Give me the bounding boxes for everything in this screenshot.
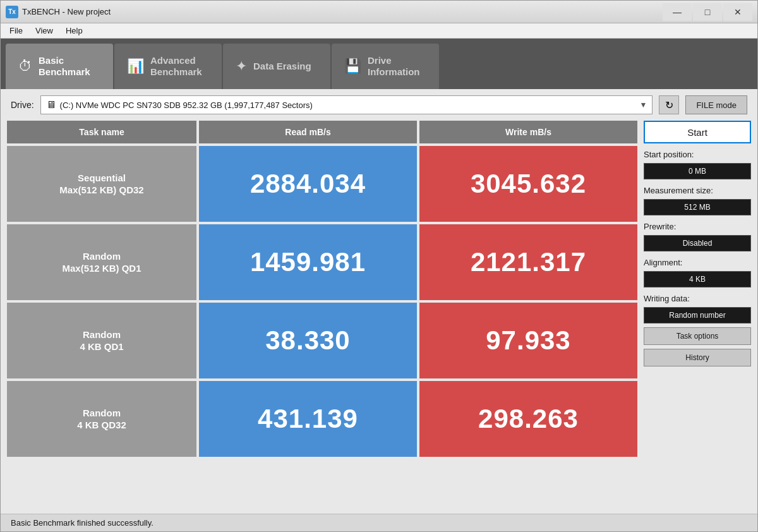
- read-value-random-4k-qd32: 431.139: [258, 404, 358, 434]
- read-value-random-4k-qd1: 38.330: [265, 325, 350, 356]
- write-cell-random-max: 2121.317: [419, 224, 637, 300]
- table-row: RandomMax(512 KB) QD1 1459.981 2121.317: [7, 224, 637, 300]
- tab-basic-benchmark[interactable]: ⏱ BasicBenchmark: [6, 44, 113, 89]
- window-title: TxBENCH - New project: [22, 7, 663, 16]
- maximize-button[interactable]: □: [693, 3, 722, 21]
- start-position-label: Start position:: [644, 150, 751, 159]
- header-read: Read mB/s: [199, 121, 417, 143]
- main-content: Drive: 🖥 (C:) NVMe WDC PC SN730 SDB 952.…: [1, 89, 757, 514]
- table-row: Random4 KB QD32 431.139 298.263: [7, 381, 637, 457]
- menu-view[interactable]: View: [29, 25, 59, 37]
- start-button[interactable]: Start: [644, 121, 751, 143]
- clock-icon: ⏱: [18, 58, 32, 75]
- row-label-text: Random4 KB QD1: [80, 329, 123, 353]
- task-options-button[interactable]: Task options: [644, 327, 751, 345]
- header-task-name: Task name: [7, 121, 196, 143]
- refresh-button[interactable]: ↻: [659, 95, 679, 114]
- drive-value: (C:) NVMe WDC PC SN730 SDB 952.32 GB (1,…: [60, 100, 313, 110]
- write-value-random-max: 2121.317: [471, 247, 586, 277]
- chevron-down-icon: ▼: [640, 100, 647, 109]
- benchmark-table: Task name Read mB/s Write mB/s Sequentia…: [7, 121, 637, 507]
- write-cell-sequential: 3045.632: [419, 146, 637, 222]
- write-value-sequential: 3045.632: [471, 169, 586, 199]
- read-value-sequential: 2884.034: [250, 169, 366, 199]
- minimize-button[interactable]: —: [663, 3, 692, 21]
- tab-drive-label: DriveInformation: [368, 55, 420, 78]
- header-write: Write mB/s: [419, 121, 637, 143]
- tab-erasing-label: Data Erasing: [253, 61, 311, 72]
- status-bar: Basic Benchmark finished successfully.: [1, 514, 757, 531]
- row-label-random-max: RandomMax(512 KB) QD1: [7, 224, 196, 300]
- read-cell-random-4k-qd32: 431.139: [199, 381, 417, 457]
- read-cell-random-4k-qd1: 38.330: [199, 303, 417, 378]
- row-label-random-4k-qd32: Random4 KB QD32: [7, 381, 196, 457]
- write-cell-random-4k-qd1: 97.933: [419, 303, 637, 378]
- close-button[interactable]: ✕: [723, 3, 752, 21]
- app-icon: Tx: [6, 6, 18, 18]
- file-mode-button[interactable]: FILE mode: [685, 95, 747, 114]
- alignment-value: 4 KB: [644, 271, 751, 287]
- row-label-text: RandomMax(512 KB) QD1: [62, 250, 141, 275]
- row-label-sequential: SequentialMax(512 KB) QD32: [7, 146, 196, 222]
- prewrite-value: Disabled: [644, 235, 751, 251]
- prewrite-label: Prewrite:: [644, 222, 751, 231]
- start-position-value: 0 MB: [644, 163, 751, 179]
- erase-icon: ✦: [236, 58, 247, 75]
- write-value-random-4k-qd1: 97.933: [486, 325, 570, 356]
- writing-data-label: Writing data:: [644, 294, 751, 303]
- read-value-random-max: 1459.981: [250, 247, 366, 277]
- title-buttons: — □ ✕: [663, 3, 752, 21]
- measurement-size-value: 512 MB: [644, 199, 751, 215]
- drive-row: Drive: 🖥 (C:) NVMe WDC PC SN730 SDB 952.…: [1, 89, 757, 121]
- writing-data-value: Random number: [644, 307, 751, 323]
- app-window: Tx TxBENCH - New project — □ ✕ File View…: [0, 0, 758, 532]
- table-header: Task name Read mB/s Write mB/s: [7, 121, 637, 143]
- drive-label: Drive:: [11, 100, 34, 110]
- tab-basic-label: BasicBenchmark: [39, 55, 90, 78]
- table-area: Task name Read mB/s Write mB/s Sequentia…: [1, 121, 757, 514]
- row-label-random-4k-qd1: Random4 KB QD1: [7, 303, 196, 378]
- menu-help[interactable]: Help: [59, 25, 89, 37]
- write-value-random-4k-qd32: 298.263: [478, 404, 579, 434]
- right-panel: Start Start position: 0 MB Measurement s…: [644, 121, 751, 507]
- table-row: SequentialMax(512 KB) QD32 2884.034 3045…: [7, 146, 637, 222]
- table-row: Random4 KB QD1 38.330 97.933: [7, 303, 637, 378]
- read-cell-random-max: 1459.981: [199, 224, 417, 300]
- tab-advanced-label: AdvancedBenchmark: [150, 55, 202, 78]
- drive-icon: 🖥: [46, 99, 56, 111]
- chart-icon: 📊: [127, 58, 144, 75]
- tab-bar: ⏱ BasicBenchmark 📊 AdvancedBenchmark ✦ D…: [1, 39, 757, 89]
- tab-advanced-benchmark[interactable]: 📊 AdvancedBenchmark: [114, 44, 222, 89]
- refresh-icon: ↻: [665, 99, 673, 111]
- menu-bar: File View Help: [1, 23, 757, 39]
- write-cell-random-4k-qd32: 298.263: [419, 381, 637, 457]
- alignment-label: Alignment:: [644, 258, 751, 267]
- measurement-size-label: Measurement size:: [644, 186, 751, 195]
- history-button[interactable]: History: [644, 349, 751, 366]
- row-label-text: SequentialMax(512 KB) QD32: [59, 172, 143, 196]
- drive-tab-icon: 💾: [344, 58, 361, 75]
- tab-drive-information[interactable]: 💾 DriveInformation: [332, 44, 439, 89]
- drive-dropdown[interactable]: 🖥 (C:) NVMe WDC PC SN730 SDB 952.32 GB (…: [40, 95, 653, 114]
- tab-data-erasing[interactable]: ✦ Data Erasing: [223, 44, 330, 89]
- title-bar: Tx TxBENCH - New project — □ ✕: [1, 1, 757, 23]
- read-cell-sequential: 2884.034: [199, 146, 417, 222]
- menu-file[interactable]: File: [3, 25, 29, 37]
- status-text: Basic Benchmark finished successfully.: [11, 518, 153, 528]
- row-label-text: Random4 KB QD32: [77, 407, 126, 432]
